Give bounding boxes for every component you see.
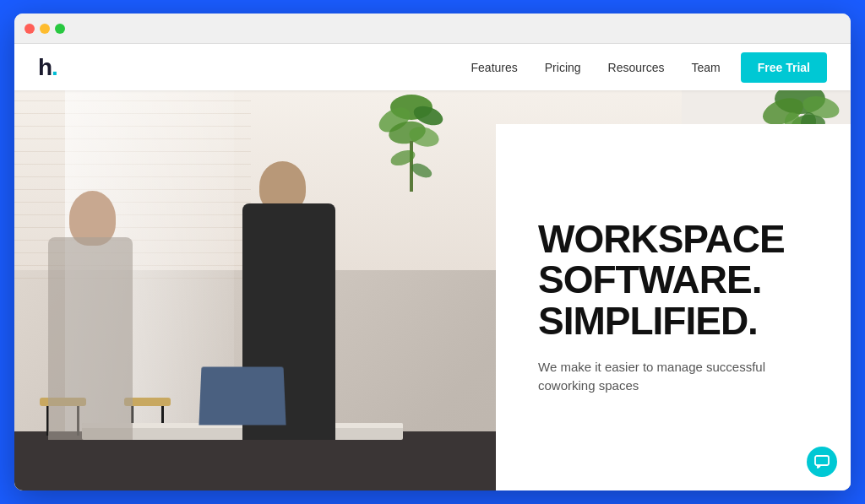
hanging-plant bbox=[378, 90, 445, 192]
logo-dot: . bbox=[52, 54, 57, 80]
navbar: h. Features Pricing Resources Team Free … bbox=[14, 44, 851, 90]
hero-title: WORKSPACE SOFTWARE. SIMPLIFIED. bbox=[538, 219, 817, 341]
nav-item-features[interactable]: Features bbox=[471, 61, 518, 74]
hero-subtitle: We make it easier to manage successful c… bbox=[538, 358, 775, 396]
hero-title-line3: SIMPLIFIED. bbox=[538, 299, 758, 343]
nav-links: Features Pricing Resources Team bbox=[471, 61, 721, 74]
hero-title-line2: SOFTWARE. bbox=[538, 257, 761, 301]
browser-chrome bbox=[14, 14, 851, 44]
laptop bbox=[199, 367, 286, 425]
logo[interactable]: h. bbox=[38, 54, 57, 81]
hero-title-line1: WORKSPACE bbox=[538, 217, 785, 261]
nav-item-pricing[interactable]: Pricing bbox=[545, 61, 581, 74]
close-button[interactable] bbox=[24, 24, 35, 34]
nav-item-resources[interactable]: Resources bbox=[608, 61, 665, 74]
nav-item-team[interactable]: Team bbox=[692, 61, 721, 74]
free-trial-button[interactable]: Free Trial bbox=[741, 52, 827, 83]
browser-window: h. Features Pricing Resources Team Free … bbox=[14, 14, 851, 490]
chat-bubble-button[interactable] bbox=[807, 447, 837, 477]
hero-content-box: WORKSPACE SOFTWARE. SIMPLIFIED. We make … bbox=[496, 124, 851, 490]
chat-icon bbox=[814, 455, 830, 469]
minimize-button[interactable] bbox=[40, 24, 50, 34]
website: h. Features Pricing Resources Team Free … bbox=[14, 44, 851, 490]
person-left bbox=[31, 187, 166, 440]
svg-rect-19 bbox=[815, 456, 829, 465]
maximize-button[interactable] bbox=[55, 24, 65, 34]
hero-section: WORKSPACE SOFTWARE. SIMPLIFIED. We make … bbox=[14, 90, 851, 490]
person-left-body bbox=[48, 237, 133, 440]
plant-svg bbox=[378, 90, 445, 192]
laptop-screen bbox=[199, 367, 286, 425]
